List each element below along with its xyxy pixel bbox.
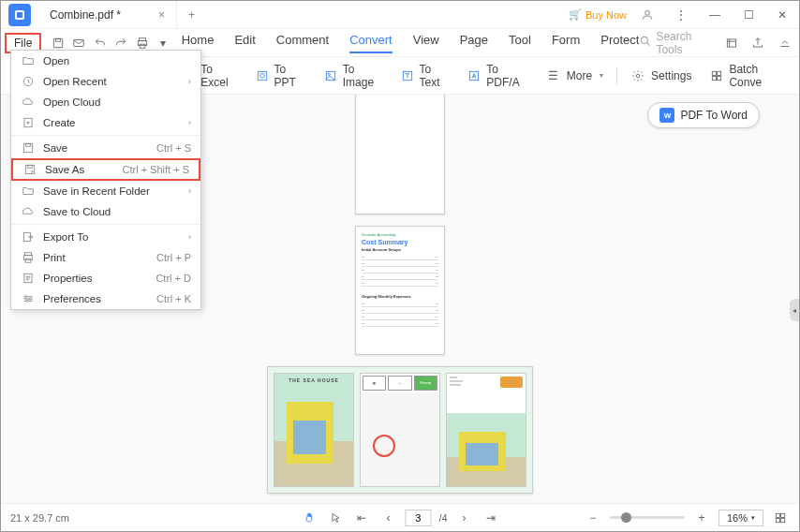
menu-save[interactable]: SaveCtrl + S xyxy=(11,138,200,158)
minimize-button[interactable]: — xyxy=(702,2,728,28)
zoom-in-button[interactable]: + xyxy=(692,509,711,527)
file-label: File xyxy=(14,37,32,50)
page-number-input[interactable] xyxy=(405,510,431,526)
menu-create-label: Create xyxy=(43,117,188,128)
export-icon xyxy=(21,230,36,244)
menu-preferences[interactable]: PreferencesCtrl + K xyxy=(11,288,200,309)
menu-open-cloud-label: Open Cloud xyxy=(43,96,191,108)
menu-properties-label: Properties xyxy=(43,273,156,284)
user-icon[interactable] xyxy=(634,2,660,28)
zoom-slider[interactable] xyxy=(610,516,685,519)
save-icon xyxy=(21,141,36,155)
svg-point-13 xyxy=(328,73,330,75)
page-thumbnail-2[interactable]: Granada Accounting Cost Summary Initial … xyxy=(355,226,445,355)
menu-save-cloud[interactable]: Save to Cloud xyxy=(11,201,200,222)
tab-form[interactable]: Form xyxy=(552,33,580,53)
pdf-to-word-button[interactable]: W PDF To Word xyxy=(647,102,760,128)
word-icon: W xyxy=(659,108,674,123)
pdf-to-word-label: PDF To Word xyxy=(680,109,748,122)
to-image-button[interactable]: To Image xyxy=(317,59,390,93)
to-pdfa-label: To PDF/A xyxy=(486,63,527,89)
zoom-out-button[interactable]: − xyxy=(584,509,602,527)
zoom-level-display[interactable]: 16%▾ xyxy=(719,510,763,526)
first-page-button[interactable]: ⇤ xyxy=(352,509,371,527)
tab-page[interactable]: Page xyxy=(460,33,488,53)
hand-tool-icon[interactable] xyxy=(300,509,319,527)
add-tab-button[interactable]: + xyxy=(177,8,206,22)
close-tab-icon[interactable]: × xyxy=(158,8,165,22)
tab-protect[interactable]: Protect xyxy=(600,33,639,53)
page-thumbnail-1[interactable]: ━━━━━━━━━━━━ xyxy=(355,95,445,214)
buy-now-button[interactable]: 🛒 Buy Now xyxy=(569,8,627,21)
page3-panel-2: ▦ — Planning xyxy=(360,373,440,487)
menu-open-recent-label: Open Recent xyxy=(43,76,188,87)
more-icon[interactable]: ⋮ xyxy=(668,2,694,28)
folder-icon xyxy=(21,185,36,198)
search-tools[interactable]: Search Tools xyxy=(639,30,715,56)
document-tab[interactable]: Combine.pdf * × xyxy=(38,1,177,29)
open-file-icon[interactable] xyxy=(721,32,742,54)
menu-preferences-label: Preferences xyxy=(43,293,156,304)
tab-view[interactable]: View xyxy=(413,33,439,53)
to-ppt-button[interactable]: To PPT xyxy=(248,59,313,93)
image-icon xyxy=(324,68,337,83)
last-page-button[interactable]: ⇥ xyxy=(481,509,500,527)
menu-export-to-label: Export To xyxy=(43,231,188,243)
prev-page-button[interactable]: ‹ xyxy=(378,509,397,527)
cloud-icon xyxy=(21,205,36,218)
page-thumbnail-3[interactable]: THE SEA HOUSE ▦ — Planning ━━━━━━━━━━━━━… xyxy=(267,366,533,494)
page2-subtitle-1: Initial Account Setups xyxy=(362,247,438,252)
menu-save-recent-label: Save in Recent Folder xyxy=(43,185,188,197)
scroll-handle[interactable]: ◂ xyxy=(790,299,799,321)
batch-convert-button[interactable]: Batch Conve xyxy=(703,59,792,93)
close-window-button[interactable]: ✕ xyxy=(769,2,795,28)
tab-title: Combine.pdf * xyxy=(50,8,121,22)
page-total: /4 xyxy=(438,512,447,524)
menu-save-as[interactable]: Save AsCtrl + Shift + S xyxy=(11,158,200,181)
text-icon xyxy=(401,68,414,83)
svg-rect-10 xyxy=(258,71,266,80)
maximize-button[interactable]: ☐ xyxy=(735,2,762,28)
tab-edit[interactable]: Edit xyxy=(234,33,255,53)
menu-open[interactable]: Open xyxy=(11,51,200,71)
menu-create[interactable]: Create› xyxy=(11,112,200,133)
svg-rect-19 xyxy=(713,76,717,80)
zoom-slider-thumb[interactable] xyxy=(621,512,631,523)
info-box: ▦ xyxy=(363,376,386,391)
titlebar: Combine.pdf * × + 🛒 Buy Now ⋮ — ☐ ✕ xyxy=(1,1,799,29)
menu-open-cloud[interactable]: Open Cloud xyxy=(11,92,200,112)
settings-button[interactable]: Settings xyxy=(623,65,699,87)
chevron-right-icon: › xyxy=(188,232,191,242)
select-tool-icon[interactable] xyxy=(326,509,345,527)
svg-rect-24 xyxy=(26,143,31,146)
print-icon xyxy=(21,251,36,264)
menu-save-recent[interactable]: Save in Recent Folder› xyxy=(11,181,200,201)
ppt-icon xyxy=(256,68,269,83)
properties-icon xyxy=(21,272,36,285)
menu-properties[interactable]: PropertiesCtrl + D xyxy=(11,268,200,288)
menu-print[interactable]: PrintCtrl + P xyxy=(11,247,200,268)
tab-tool[interactable]: Tool xyxy=(509,33,531,53)
chevron-right-icon: › xyxy=(188,186,191,196)
svg-rect-28 xyxy=(25,253,32,256)
to-excel-label: To Excel xyxy=(200,63,236,89)
more-button[interactable]: ☰More▾ xyxy=(539,65,611,87)
info-box: — xyxy=(388,376,411,391)
file-dropdown-menu: Open Open Recent› Open Cloud Create› Sav… xyxy=(10,50,201,310)
fit-page-icon[interactable] xyxy=(771,509,790,527)
menu-export-to[interactable]: Export To› xyxy=(11,227,200,247)
svg-rect-18 xyxy=(718,71,721,75)
to-text-button[interactable]: To Text xyxy=(393,59,457,93)
to-pdfa-button[interactable]: To PDF/A xyxy=(460,59,535,93)
page2-header: Granada Accounting xyxy=(362,232,438,237)
next-page-button[interactable]: › xyxy=(455,509,474,527)
preferences-icon xyxy=(21,292,36,305)
share-icon[interactable] xyxy=(748,32,768,54)
tab-comment[interactable]: Comment xyxy=(276,33,329,53)
svg-rect-37 xyxy=(776,518,779,522)
menu-save-as-shortcut: Ctrl + Shift + S xyxy=(122,164,189,175)
collapse-ribbon-icon[interactable] xyxy=(775,32,795,54)
separator xyxy=(616,67,617,84)
menu-open-recent[interactable]: Open Recent› xyxy=(11,71,200,92)
tab-convert[interactable]: Convert xyxy=(349,33,393,53)
